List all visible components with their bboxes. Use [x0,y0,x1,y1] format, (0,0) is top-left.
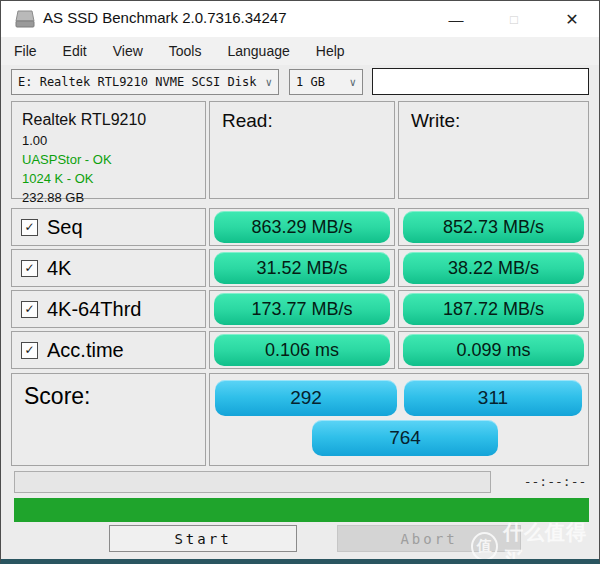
read-header-panel: Read: [209,101,395,199]
4k-write-cell: 38.22 MB/s [398,249,589,287]
elapsed-time: --:--:-- [519,474,591,489]
status-text-box [14,471,491,493]
4k64thrd-write-value: 187.72 MB/s [403,293,584,325]
chevron-down-icon: ∨ [343,76,356,89]
app-window: AS SSD Benchmark 2.0.7316.34247 — □ ✕ Fi… [0,0,600,564]
4k64thrd-write-cell: 187.72 MB/s [398,290,589,328]
read-header: Read: [210,102,394,140]
drive-capacity: 232.88 GB [22,188,195,207]
start-button[interactable]: Start [109,525,297,552]
table-row-acctime: ✓ Acc.time [11,331,206,369]
window-title: AS SSD Benchmark 2.0.7316.34247 [43,9,287,26]
write-header: Write: [399,102,588,140]
close-button[interactable]: ✕ [549,1,595,37]
4k64thrd-checkbox[interactable]: ✓ [21,301,38,318]
menu-item-edit[interactable]: Edit [50,43,100,59]
acctime-read-cell: 0.106 ms [209,331,395,369]
4k64thrd-read-cell: 173.77 MB/s [209,290,395,328]
score-total-value: 764 [312,420,498,456]
seq-write-value: 852.73 MB/s [403,211,584,243]
acctime-write-cell: 0.099 ms [398,331,589,369]
test-size-value: 1 GB [296,75,325,89]
menu-item-tools[interactable]: Tools [156,43,215,59]
maximize-button[interactable]: □ [491,1,537,37]
drive-alignment-status: 1024 K - OK [22,169,195,188]
seq-write-cell: 852.73 MB/s [398,208,589,246]
menu-item-view[interactable]: View [100,43,156,59]
4k-read-cell: 31.52 MB/s [209,249,395,287]
drive-model: Realtek RTL9210 [22,109,195,131]
acctime-checkbox[interactable]: ✓ [21,342,38,359]
menu-item-help[interactable]: Help [303,43,358,59]
4k-write-value: 38.22 MB/s [403,252,584,284]
menu-bar: File Edit View Tools Language Help [1,37,599,65]
score-write-value: 311 [404,380,582,416]
drive-driver-status: UASPStor - OK [22,150,195,169]
acctime-label: Acc.time [47,339,124,362]
seq-read-value: 863.29 MB/s [214,211,390,243]
seq-checkbox[interactable]: ✓ [21,219,38,236]
progress-bar [14,498,589,522]
seq-read-cell: 863.29 MB/s [209,208,395,246]
table-row-4k: ✓ 4K [11,249,206,287]
minimize-button[interactable]: — [433,1,479,37]
toolbar-textbox[interactable] [372,68,589,95]
score-label: Score: [12,374,205,419]
score-values-cell: 292 311 764 [209,373,589,466]
menu-item-language[interactable]: Language [214,43,302,59]
acctime-write-value: 0.099 ms [403,334,584,366]
4k-label: 4K [47,257,71,280]
4k-read-value: 31.52 MB/s [214,252,390,284]
drive-info-panel: Realtek RTL9210 1.00 UASPStor - OK 1024 … [11,101,206,199]
app-icon [14,10,36,28]
seq-label: Seq [47,216,83,239]
table-row-4k64thrd: ✓ 4K-64Thrd [11,290,206,328]
drive-select[interactable]: E: Realtek RTL9210 NVME SCSI Disk ∨ [11,69,279,95]
abort-button[interactable]: Abort [337,525,521,552]
chevron-down-icon: ∨ [259,76,272,89]
score-read-value: 292 [215,380,397,416]
drive-select-value: E: Realtek RTL9210 NVME SCSI Disk [18,75,256,89]
4k64thrd-read-value: 173.77 MB/s [214,293,390,325]
4k64thrd-label: 4K-64Thrd [47,298,142,321]
4k-checkbox[interactable]: ✓ [21,260,38,277]
title-bar: AS SSD Benchmark 2.0.7316.34247 — □ ✕ [1,1,599,37]
drive-firmware: 1.00 [22,131,195,150]
table-row-seq: ✓ Seq [11,208,206,246]
menu-item-file[interactable]: File [1,43,50,59]
write-header-panel: Write: [398,101,589,199]
score-label-cell: Score: [11,373,206,466]
acctime-read-value: 0.106 ms [214,334,390,366]
test-size-select[interactable]: 1 GB ∨ [289,69,363,95]
